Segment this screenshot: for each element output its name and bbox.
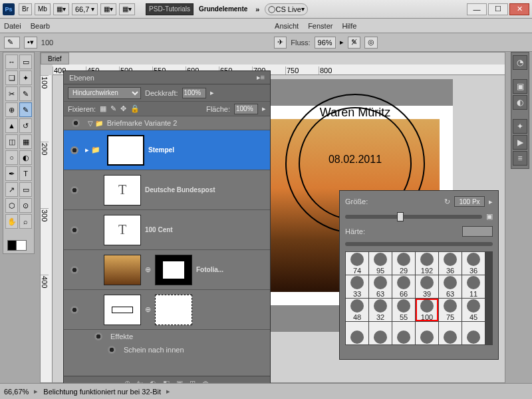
chevron-icon[interactable]: ▸ (262, 104, 266, 113)
film-icon[interactable]: ▦▾ (53, 3, 69, 15)
layer-row[interactable]: ▸ 📁 Stempel (64, 130, 270, 170)
color-panel-icon[interactable]: ◔ (513, 55, 527, 70)
workspace-psdtutorials[interactable]: PSD-Tutorials (146, 3, 194, 15)
document-tab[interactable]: Brief (41, 53, 69, 65)
move-tool[interactable]: ↔ (5, 55, 18, 69)
brush-cell[interactable]: 63 (369, 275, 392, 298)
flyout-icon[interactable]: ▸ (489, 198, 493, 206)
layer-row[interactable]: T 100 Cent (64, 210, 270, 250)
type-tool[interactable]: T (19, 166, 32, 181)
screenmode-button[interactable]: ▦▾ (100, 3, 116, 15)
arrange-button[interactable]: ▦▾ (119, 3, 135, 15)
brush-cell[interactable]: 95 (369, 252, 392, 275)
size-slider[interactable] (345, 215, 482, 219)
brush-cell[interactable]: 32 (369, 299, 392, 321)
layer-thumb[interactable] (104, 255, 141, 285)
vis-icon[interactable] (70, 266, 78, 274)
minibridge-button[interactable]: Mb (35, 3, 51, 15)
stamp-tool[interactable]: ▲ (5, 118, 18, 133)
brush-cell[interactable]: 75 (439, 299, 462, 321)
hand-tool[interactable]: ✋ (5, 214, 18, 229)
history-brush[interactable]: ↺ (19, 118, 32, 133)
brush-cell[interactable]: 11 (462, 275, 485, 298)
brush-cell[interactable]: 36 (439, 252, 462, 275)
lock-all-icon[interactable]: 🔒 (130, 104, 140, 113)
layer-group[interactable]: ▽ 📁 Briefmarke Variante 2 (64, 116, 270, 130)
layer-row[interactable]: T Deutsche Bundespost (64, 170, 270, 210)
brush-tool[interactable]: ✎ (19, 102, 32, 117)
layer-row[interactable]: ⊕ (64, 290, 270, 330)
layer-thumb[interactable] (104, 295, 141, 325)
workspace-grundelemente[interactable]: Grundelemente (196, 3, 250, 15)
zoom-field[interactable]: 66,7 ▾ (72, 3, 98, 15)
vis-icon[interactable] (70, 306, 78, 314)
layer-thumb[interactable] (107, 135, 144, 166)
brush-cell[interactable] (416, 322, 438, 344)
brush-tool-icon[interactable]: ✎ (4, 37, 20, 49)
vis-icon[interactable] (72, 119, 80, 127)
eyedropper-tool[interactable]: ✎ (19, 86, 32, 101)
wand-tool[interactable]: ✦ (19, 70, 32, 85)
menu-fenster[interactable]: Fenster (308, 22, 332, 30)
menu-ansicht[interactable]: Ansicht (275, 22, 299, 30)
path-tool[interactable]: ↗ (5, 182, 18, 197)
layer-thumb[interactable]: T (104, 175, 141, 205)
vis-icon[interactable] (108, 346, 116, 354)
target-icon[interactable]: ◎ (364, 37, 378, 49)
brush-cell[interactable] (439, 322, 462, 344)
pen-tool[interactable]: ✒ (5, 166, 18, 181)
lasso-tool[interactable]: ❑ (5, 70, 18, 85)
layer-effect-item[interactable]: Schein nach innen (64, 343, 270, 356)
3d-tool[interactable]: ⬡ (5, 198, 18, 213)
close-button[interactable]: ✕ (509, 3, 529, 15)
brush-preset[interactable]: •▾ (24, 37, 37, 49)
zoom-tool[interactable]: ⌕ (19, 214, 32, 229)
chevron-down-icon[interactable]: ▸ (340, 38, 344, 47)
menu-hilfe[interactable]: Hilfe (342, 22, 356, 30)
brush-cell[interactable]: 29 (392, 252, 415, 275)
link-icon[interactable]: ⊕ (145, 265, 151, 274)
chevron-icon[interactable]: ▸ (210, 88, 214, 97)
brush-cell[interactable]: 55 (392, 299, 415, 321)
layer-row[interactable]: ⊕ Fotolia... (64, 250, 270, 290)
size-input[interactable] (454, 196, 485, 207)
new-preset-icon[interactable]: ▣ (486, 212, 493, 221)
brush-cell[interactable]: 45 (462, 299, 485, 321)
brush-cell[interactable]: 100 (416, 299, 438, 321)
brush-cell[interactable]: 36 (462, 252, 485, 275)
brush-cell[interactable]: 66 (392, 275, 415, 298)
eraser-tool[interactable]: ◫ (5, 134, 18, 149)
fill-input[interactable] (234, 104, 258, 114)
marquee-tool[interactable]: ▭ (19, 55, 32, 69)
mask-thumb[interactable] (155, 295, 192, 325)
opacity-input[interactable] (182, 88, 206, 98)
bridge-button[interactable]: Br (19, 3, 32, 15)
tablet-pressure-icon[interactable]: ✎̸ (348, 37, 360, 49)
layer-effects[interactable]: Effekte (64, 330, 270, 343)
menu-datei[interactable]: Datei (4, 22, 21, 30)
mask-thumb[interactable] (155, 255, 192, 285)
brush-cell[interactable]: 74 (346, 252, 368, 275)
more-chevron-icon[interactable]: » (255, 5, 259, 13)
blur-tool[interactable]: ○ (5, 150, 18, 165)
fluss-input[interactable]: 96% (315, 37, 336, 49)
brush-cell[interactable]: 63 (439, 275, 462, 298)
styles-panel-icon[interactable]: ✦ (513, 119, 527, 134)
adjustments-panel-icon[interactable]: ◐ (513, 95, 527, 110)
menu-bearbeiten[interactable]: Bearb (31, 22, 50, 30)
maximize-button[interactable]: ☐ (488, 3, 508, 15)
swatches-panel-icon[interactable]: ▣ (513, 79, 527, 94)
panel-menu-icon[interactable]: ▸≡ (257, 73, 265, 82)
lock-trans-icon[interactable]: ▦ (100, 104, 106, 113)
brush-cell[interactable]: 48 (346, 299, 368, 321)
brush-cell[interactable] (369, 322, 392, 344)
history-panel-icon[interactable]: ≡ (513, 151, 527, 166)
crop-tool[interactable]: ✂ (5, 86, 18, 101)
vis-icon[interactable] (70, 226, 78, 234)
blend-mode-select[interactable]: Hindurchwirken (68, 87, 141, 99)
layers-tab[interactable]: Ebenen (69, 74, 94, 82)
vis-icon[interactable] (70, 186, 78, 194)
vis-icon[interactable] (70, 146, 78, 154)
brush-cell[interactable] (346, 322, 368, 344)
hardness-slider[interactable] (345, 242, 493, 246)
